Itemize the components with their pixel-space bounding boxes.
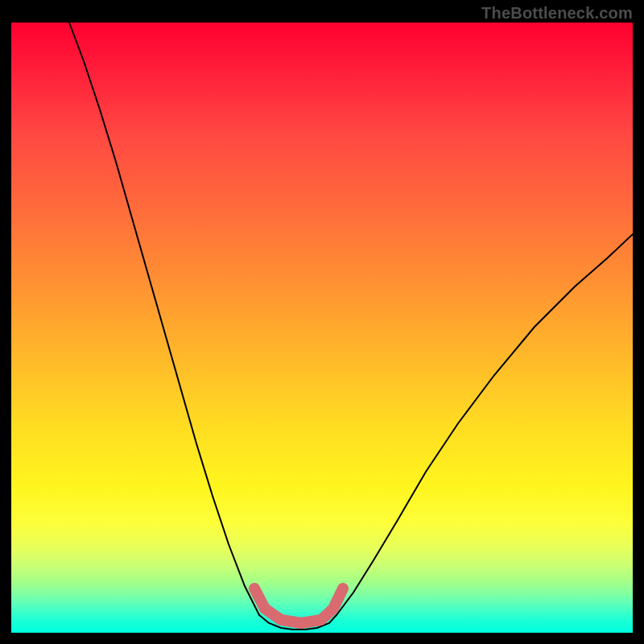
highlight-segment-path — [254, 588, 343, 623]
chart-frame: TheBottleneck.com — [0, 0, 644, 644]
left-curve-path — [69, 23, 259, 615]
plot-area — [11, 23, 633, 633]
curve-group — [69, 23, 633, 630]
chart-svg — [11, 23, 633, 633]
right-curve-path — [336, 234, 633, 615]
watermark-text: TheBottleneck.com — [481, 4, 633, 23]
